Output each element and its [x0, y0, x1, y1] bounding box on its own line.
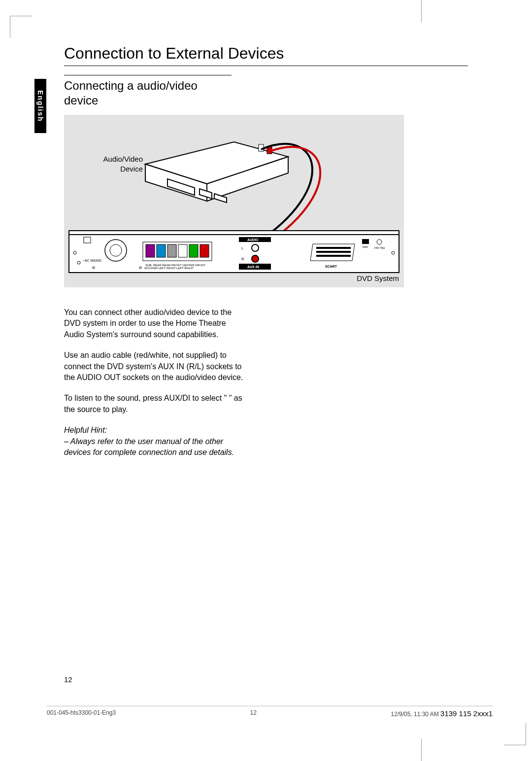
- svg-rect-9: [69, 231, 399, 235]
- footer-right: 12/9/05, 11:30 AM 3139 115 2xxx1: [391, 709, 493, 718]
- crop-tick-bottom: [421, 739, 422, 761]
- svg-point-26: [252, 244, 259, 251]
- crop-mark-br: [504, 723, 526, 745]
- svg-rect-31: [316, 251, 351, 253]
- svg-rect-20: [178, 244, 187, 257]
- paragraph-3: To listen to the sound, press AUX/DI to …: [64, 393, 246, 415]
- fm-label: FM 75Ω: [374, 246, 385, 249]
- paragraph-2: Use an audio cable (red/white, not suppl…: [64, 350, 246, 383]
- svg-rect-33: [362, 239, 369, 244]
- svg-text:WOOFER LEFT  RIGHT  LEFT      : WOOFER LEFT RIGHT LEFT RIGHT: [144, 267, 194, 270]
- section-rule: Connecting a audio/video device: [64, 75, 232, 108]
- helpful-hint: Helpful Hint: – Always refer to the user…: [64, 425, 246, 458]
- footer: 001-045-hts3300-01-Eng3 12 12/9/05, 11:3…: [47, 706, 493, 718]
- l-label: L: [241, 246, 244, 250]
- svg-rect-17: [146, 244, 155, 257]
- hint-label: Helpful Hint:: [64, 426, 107, 434]
- svg-point-27: [252, 255, 259, 262]
- connection-diagram: Audio/Video Device DVD System: [64, 115, 404, 287]
- aux-in-label: AUX IN: [247, 265, 259, 269]
- footer-filename: 001-045-hts3300-01-Eng3: [47, 709, 116, 718]
- scart-label: SCART: [325, 265, 337, 268]
- footer-partnumber: 3139 115 2xxx1: [440, 709, 493, 718]
- crop-mark-tl: [10, 16, 32, 38]
- audio-label: AUDIO: [247, 238, 259, 242]
- footer-timestamp: 12/9/05, 11:30 AM: [391, 711, 438, 718]
- body-text: You can connect other audio/video device…: [64, 307, 246, 458]
- page-title: Connection to External Devices: [64, 44, 468, 66]
- section-heading: Connecting a audio/video device: [64, 78, 232, 108]
- svg-rect-32: [316, 255, 351, 257]
- footer-page: 12: [250, 709, 257, 718]
- ac-mains-label: ~AC MAINS: [83, 259, 101, 262]
- r-label: R: [241, 257, 244, 261]
- mw-label: MW: [363, 245, 368, 248]
- language-tab: English: [34, 79, 46, 133]
- svg-rect-22: [200, 244, 209, 257]
- hint-text: – Always refer to the user manual of the…: [64, 437, 234, 456]
- diagram-svg: ~AC MAINS SUB- REAR REAR FRONT CENTER FR…: [64, 115, 404, 287]
- svg-rect-19: [167, 244, 176, 257]
- page-number: 12: [64, 675, 72, 684]
- svg-rect-18: [157, 244, 166, 257]
- svg-rect-30: [316, 247, 351, 249]
- svg-rect-21: [189, 244, 198, 257]
- paragraph-1: You can connect other audio/video device…: [64, 307, 246, 340]
- crop-tick-top: [421, 0, 422, 22]
- page-content: Connection to External Devices Connectin…: [64, 44, 468, 468]
